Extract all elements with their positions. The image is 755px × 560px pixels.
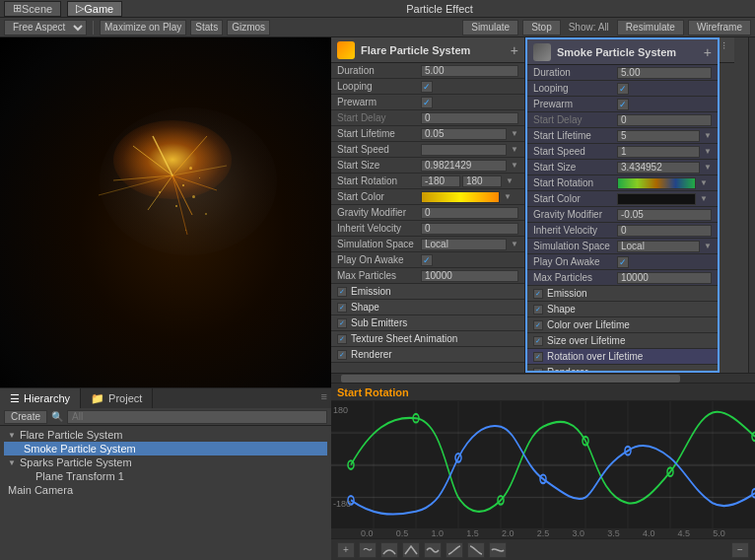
tree-item-plane[interactable]: Plane Transform 1	[4, 469, 327, 483]
smoke-rotation-curve[interactable]	[617, 177, 696, 189]
color-dropdown-arrow[interactable]: ▼	[504, 192, 512, 201]
smoke-max-particles-input[interactable]	[617, 272, 712, 284]
graph-add-btn[interactable]: +	[337, 542, 355, 558]
tree-item-camera[interactable]: Main Camera	[4, 483, 327, 497]
graph-curve-btn-4[interactable]	[424, 542, 442, 558]
smoke-prewarm-check[interactable]: ✓	[617, 99, 629, 110]
smoke-duration-input[interactable]	[617, 67, 712, 79]
emission-check[interactable]: ✓	[337, 287, 347, 297]
flare-looping-check[interactable]: ✓	[421, 81, 433, 93]
x-label-5: 2.5	[537, 528, 550, 538]
smoke-shape-check[interactable]: ✓	[533, 305, 543, 315]
smoke-shape-section[interactable]: ✓ Shape	[527, 302, 718, 317]
smoke-inherit-velocity-input[interactable]	[617, 225, 712, 237]
flare-start-delay-row: Start Delay	[331, 110, 524, 126]
flare-gravity-input[interactable]	[421, 207, 518, 219]
flare-simulation-space-input[interactable]	[421, 239, 507, 250]
smoke-sim-space-arrow[interactable]: ▼	[704, 242, 712, 250]
flare-max-particles-input[interactable]	[421, 270, 518, 282]
flare-start-lifetime-input[interactable]	[421, 128, 507, 140]
smoke-play-on-awake-check[interactable]: ✓	[617, 256, 629, 268]
smoke-start-size-input[interactable]	[617, 162, 700, 174]
tab-hierarchy[interactable]: ☰ Hierarchy	[0, 388, 81, 408]
smoke-col-check[interactable]: ✓	[533, 320, 543, 330]
flare-rotation-min-input[interactable]	[421, 175, 460, 187]
simulate-button[interactable]: Simulate	[462, 20, 518, 35]
smoke-size-over-lifetime-section[interactable]: ✓ Size over Lifetime	[527, 333, 718, 349]
graph-curve-btn-3[interactable]	[402, 542, 420, 558]
smoke-sol-check[interactable]: ✓	[533, 336, 543, 346]
tab-project[interactable]: 📁 Project	[81, 388, 153, 408]
smoke-start-delay-input[interactable]	[617, 114, 712, 126]
graph-content[interactable]: 180 -180	[331, 401, 755, 528]
renderer-check[interactable]: ✓	[337, 350, 347, 360]
size-dropdown-arrow[interactable]: ▼	[511, 161, 518, 170]
flare-rotation-max-input[interactable]	[462, 175, 502, 187]
graph-curve-btn-1[interactable]: 〜	[359, 542, 377, 558]
flare-color-swatch[interactable]	[421, 191, 500, 203]
smoke-start-speed-input[interactable]	[617, 146, 700, 158]
smoke-gravity-input[interactable]	[617, 209, 712, 221]
gizmos-button[interactable]: Gizmos	[227, 20, 270, 35]
sim-space-dropdown-arrow[interactable]: ▼	[511, 240, 518, 248]
flare-sub-emitters-section[interactable]: ✓ Sub Emitters	[331, 315, 524, 331]
smoke-add-button[interactable]: +	[704, 44, 712, 60]
flare-add-button[interactable]: +	[511, 42, 518, 58]
smoke-speed-arrow[interactable]: ▼	[704, 147, 712, 156]
stop-button[interactable]: Stop	[522, 20, 561, 35]
graph-curve-btn-5[interactable]	[446, 542, 463, 558]
speed-dropdown-arrow[interactable]: ▼	[511, 145, 518, 154]
flare-texture-sheet-section[interactable]: ✓ Texture Sheet Animation	[331, 331, 524, 347]
wireframe-button[interactable]: Wireframe	[688, 20, 751, 35]
shape-check[interactable]: ✓	[337, 303, 347, 313]
graph-remove-btn[interactable]: −	[731, 542, 749, 558]
lifetime-dropdown-arrow[interactable]: ▼	[511, 129, 518, 138]
horizontal-scrollbar[interactable]	[331, 373, 755, 383]
tree-item-flare[interactable]: ▼ Flare Particle System	[4, 428, 327, 442]
smoke-lifetime-arrow[interactable]: ▼	[704, 131, 712, 140]
tab-scene[interactable]: ⊞ Scene	[4, 1, 61, 17]
flare-prewarm-check[interactable]: ✓	[421, 97, 433, 108]
tab-game[interactable]: ▷ Game	[67, 1, 122, 17]
smoke-simulation-space-input[interactable]	[617, 241, 700, 252]
smoke-size-arrow[interactable]: ▼	[704, 163, 712, 172]
resimulate-button[interactable]: Resimulate	[617, 20, 684, 35]
smoke-rol-check[interactable]: ✓	[533, 352, 543, 362]
search-input[interactable]	[67, 410, 327, 424]
texture-sheet-check[interactable]: ✓	[337, 334, 347, 344]
flare-inherit-velocity-input[interactable]	[421, 223, 518, 235]
scroll-thumb[interactable]	[341, 375, 680, 383]
smoke-color-over-lifetime-section[interactable]: ✓ Color over Lifetime	[527, 317, 718, 333]
flare-start-delay-input[interactable]	[421, 112, 518, 124]
maximize-on-play-button[interactable]: Maximize on Play	[100, 20, 186, 35]
smoke-color-arrow[interactable]: ▼	[700, 194, 708, 203]
smoke-renderer-section[interactable]: ✓ Renderer	[527, 365, 718, 373]
flare-start-size-input[interactable]	[421, 160, 507, 172]
smoke-color-swatch[interactable]	[617, 193, 696, 205]
panel-options-button[interactable]: ≡	[317, 388, 331, 408]
smoke-looping-check[interactable]: ✓	[617, 83, 629, 95]
flare-play-on-awake-check[interactable]: ✓	[421, 254, 433, 266]
graph-curve-btn-6[interactable]	[467, 542, 485, 558]
aspect-ratio-select[interactable]: Free Aspect	[4, 20, 87, 35]
flare-start-speed-input[interactable]	[421, 144, 507, 156]
smoke-rotation-over-lifetime-section[interactable]: ✓ Rotation over Lifetime	[527, 349, 718, 365]
flare-panel-header: Flare Particle System +	[331, 37, 524, 63]
smoke-emission-check[interactable]: ✓	[533, 289, 543, 299]
graph-curve-btn-7[interactable]	[489, 542, 507, 558]
scene-icon: ⊞	[13, 2, 22, 15]
tree-item-sparks[interactable]: ▼ Sparks Particle System	[4, 455, 327, 469]
create-button[interactable]: Create	[4, 410, 47, 424]
smoke-emission-section[interactable]: ✓ Emission	[527, 286, 718, 302]
flare-emission-section[interactable]: ✓ Emission	[331, 284, 524, 300]
flare-renderer-section[interactable]: ✓ Renderer	[331, 347, 524, 363]
flare-shape-section[interactable]: ✓ Shape	[331, 300, 524, 315]
sub-emitters-check[interactable]: ✓	[337, 318, 347, 328]
tree-item-smoke[interactable]: Smoke Particle System	[4, 442, 327, 455]
smoke-rotation-arrow[interactable]: ▼	[700, 178, 708, 187]
graph-curve-btn-2[interactable]	[380, 542, 398, 558]
flare-duration-input[interactable]	[421, 65, 518, 77]
smoke-start-lifetime-input[interactable]	[617, 130, 700, 142]
rotation-dropdown-arrow[interactable]: ▼	[506, 176, 514, 185]
stats-button[interactable]: Stats	[190, 20, 223, 35]
